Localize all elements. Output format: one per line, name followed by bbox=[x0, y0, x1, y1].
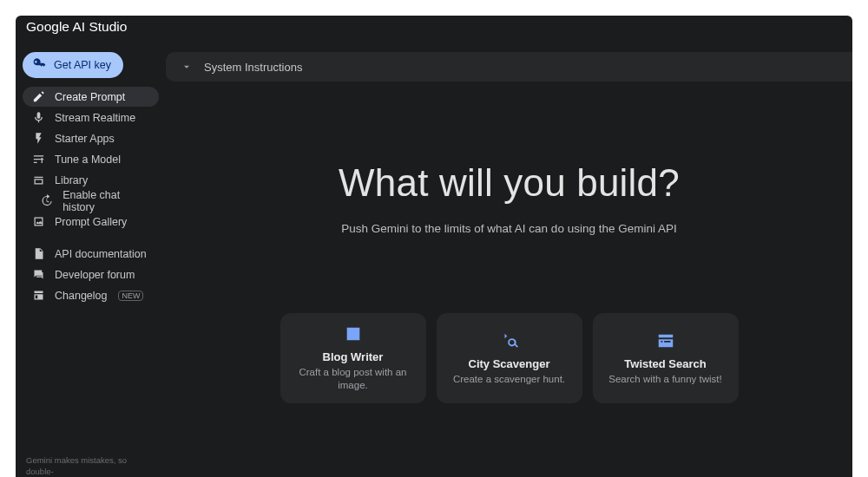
nav-label: Changelog bbox=[55, 290, 107, 302]
gallery-icon bbox=[31, 215, 45, 228]
nav-create-prompt[interactable]: Create Prompt bbox=[23, 87, 159, 107]
changelog-icon bbox=[31, 289, 45, 302]
nav-prompt-gallery[interactable]: Prompt Gallery bbox=[23, 212, 159, 232]
app-body: Get API key Create Prompt Stream Realtim… bbox=[16, 38, 852, 477]
card-desc: Create a scavenger hunt. bbox=[453, 373, 565, 386]
nav-api-docs[interactable]: API documentation bbox=[23, 244, 159, 264]
hero: What will you build? Push Gemini to the … bbox=[166, 99, 852, 477]
bolt-icon bbox=[31, 132, 45, 145]
nav-library[interactable]: Library bbox=[23, 170, 159, 190]
hero-title: What will you build? bbox=[339, 161, 680, 205]
history-icon bbox=[40, 194, 53, 207]
nav-label: Library bbox=[55, 174, 88, 186]
nav-changelog[interactable]: Changelog NEW bbox=[23, 285, 159, 305]
system-instructions-bar[interactable]: System Instructions bbox=[166, 52, 852, 82]
nav-enable-chat-history[interactable]: Enable chat history bbox=[23, 191, 159, 211]
scavenger-icon bbox=[500, 331, 519, 350]
card-title: City Scavenger bbox=[469, 357, 550, 370]
card-city-scavenger[interactable]: City Scavenger Create a scavenger hunt. bbox=[437, 313, 582, 403]
card-twisted-search[interactable]: Twisted Search Search with a funny twist… bbox=[593, 313, 739, 403]
card-title: Twisted Search bbox=[624, 357, 706, 370]
create-prompt-icon bbox=[31, 90, 45, 103]
sidebar: Get API key Create Prompt Stream Realtim… bbox=[16, 38, 166, 477]
nav-label: Prompt Gallery bbox=[55, 216, 127, 228]
header-bar: Google AI Studio bbox=[16, 16, 852, 38]
app-window: Google AI Studio Get API key Create Prom… bbox=[16, 16, 852, 477]
app-title: Google AI Studio bbox=[26, 19, 127, 35]
system-instructions-label: System Instructions bbox=[204, 61, 302, 74]
starter-cards: Blog Writer Craft a blog post with an im… bbox=[280, 313, 739, 403]
new-badge: NEW bbox=[118, 291, 143, 301]
main-content: System Instructions What will you build?… bbox=[166, 38, 852, 477]
secondary-nav: API documentation Developer forum Change… bbox=[23, 244, 159, 305]
nav-label: Create Prompt bbox=[55, 91, 125, 103]
document-icon bbox=[31, 247, 45, 260]
nav-stream-realtime[interactable]: Stream Realtime bbox=[23, 108, 159, 127]
key-icon bbox=[33, 57, 47, 74]
get-api-key-button[interactable]: Get API key bbox=[23, 52, 123, 78]
get-api-key-label: Get API key bbox=[54, 59, 111, 71]
nav-starter-apps[interactable]: Starter Apps bbox=[23, 128, 159, 148]
nav-label: Tune a Model bbox=[55, 154, 121, 166]
card-desc: Craft a blog post with an image. bbox=[289, 366, 418, 392]
nav-label: API documentation bbox=[55, 248, 147, 260]
nav-label: Enable chat history bbox=[62, 189, 150, 213]
library-icon bbox=[31, 173, 45, 186]
nav-label: Developer forum bbox=[55, 269, 135, 281]
card-desc: Search with a funny twist! bbox=[608, 373, 721, 386]
browser-icon bbox=[656, 331, 675, 350]
microphone-icon bbox=[31, 111, 45, 124]
nav-label: Starter Apps bbox=[55, 133, 115, 145]
disclaimer-footnote: Gemini makes mistakes, so double- bbox=[23, 455, 159, 477]
nav-tune-model[interactable]: Tune a Model bbox=[23, 149, 159, 169]
nav-developer-forum[interactable]: Developer forum bbox=[23, 265, 159, 284]
card-blog-writer[interactable]: Blog Writer Craft a blog post with an im… bbox=[280, 313, 426, 403]
chevron-down-icon bbox=[180, 60, 194, 74]
forum-icon bbox=[31, 268, 45, 281]
tune-icon bbox=[31, 153, 45, 166]
hero-subtitle: Push Gemini to the limits of what AI can… bbox=[341, 222, 676, 235]
nav-label: Stream Realtime bbox=[55, 112, 135, 124]
primary-nav: Create Prompt Stream Realtime Starter Ap… bbox=[23, 87, 159, 232]
blog-icon bbox=[344, 324, 363, 343]
card-title: Blog Writer bbox=[323, 350, 384, 363]
